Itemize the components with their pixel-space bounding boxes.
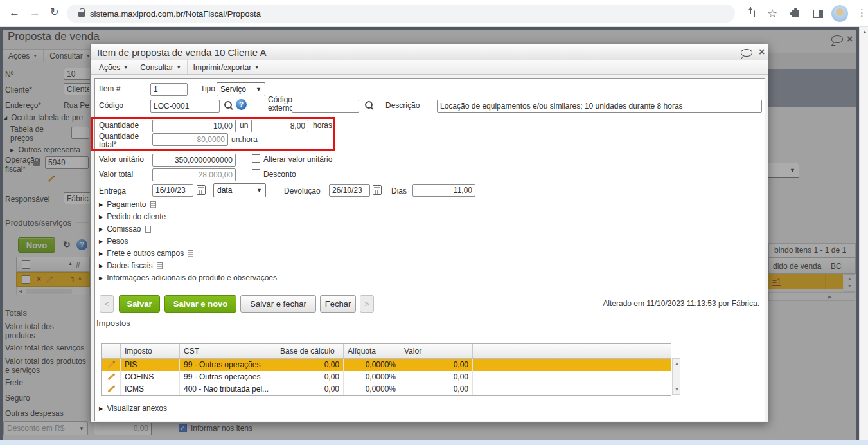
valor-total-input[interactable] xyxy=(152,168,236,181)
impostos-section-title: Impostos xyxy=(96,318,761,328)
forward-icon[interactable]: → xyxy=(30,6,40,19)
codigo-label: Código xyxy=(99,102,123,110)
url-text: sistema.maxiprod.com.br/NotaFiscal/Propo… xyxy=(90,9,261,19)
modal-titlebar: Item de proposta de venda 10 Cliente A × xyxy=(91,44,768,60)
lock-icon xyxy=(78,12,85,17)
chevron-down-icon: ▼ xyxy=(177,65,181,69)
horas-label: horas xyxy=(313,122,332,130)
codigo-externo-input[interactable] xyxy=(292,100,359,113)
accordion-frete[interactable]: ▶ Frete e outros campos xyxy=(99,249,193,258)
modal-menu-acoes[interactable]: Ações ▼ xyxy=(93,60,134,74)
bookmark-star-icon[interactable]: ☆ xyxy=(767,6,777,21)
visualizar-anexos-toggle[interactable]: ▶ Visualizar anexos xyxy=(99,404,167,413)
accordion-pedido-cliente[interactable]: ▶ Pedido do cliente xyxy=(99,212,166,221)
accordion-pesos[interactable]: ▶ Pesos xyxy=(99,237,128,246)
quantidade-total-input[interactable] xyxy=(152,133,228,146)
tax-row[interactable]: ICMS 400 - Não tributada pel... 0,00 0,0… xyxy=(102,383,671,395)
data-select[interactable]: data ▼ xyxy=(213,183,266,197)
descricao-label: Descrição xyxy=(385,102,420,110)
quantidade-label: Quantidade xyxy=(99,122,139,130)
valor-unitario-label: Valor unitário xyxy=(99,156,144,164)
un-label: un xyxy=(240,122,248,130)
document-icon xyxy=(145,226,151,233)
screen: ← → ↻ sistema.maxiprod.com.br/NotaFiscal… xyxy=(0,0,868,445)
tipo-select[interactable]: Serviço ▼ xyxy=(217,82,265,96)
col-imposto: Imposto xyxy=(121,344,180,358)
tax-row[interactable]: PIS 99 - Outras operações 0,00 0,0000% 0… xyxy=(102,359,671,371)
modal-menu-imprimir[interactable]: Imprimir/exportar ▼ xyxy=(188,60,266,74)
scroll-up-icon[interactable]: ▲ xyxy=(862,30,867,35)
impostos-table: Imposto CST Base de cálculo Alíquota Val… xyxy=(101,343,671,396)
modal-menu-consultar[interactable]: Consultar ▼ xyxy=(134,60,187,74)
entrega-input[interactable] xyxy=(152,184,193,197)
browser-menu-dots-icon[interactable]: ⋮ xyxy=(857,7,867,19)
modal-form: Item # Tipo Serviço ▼ Código ? Código ex… xyxy=(94,78,765,421)
expand-icon: ▶ xyxy=(99,251,103,257)
edit-pencil-icon[interactable] xyxy=(108,362,114,368)
col-edit xyxy=(102,344,121,358)
desconto-label: Desconto xyxy=(263,170,296,179)
page-vscrollbar[interactable]: ▲ xyxy=(859,27,868,440)
modal-comment-bubble-icon[interactable] xyxy=(741,49,752,57)
calendar-icon[interactable] xyxy=(373,185,382,195)
altered-status-text: Alterado em 11/10/2023 11:13:53 por Fábr… xyxy=(603,300,759,308)
back-icon[interactable]: ← xyxy=(9,6,20,19)
search-icon[interactable] xyxy=(364,100,374,110)
chevron-down-icon: ▼ xyxy=(256,86,261,93)
accordion-comissao[interactable]: ▶ Comissão xyxy=(99,224,151,233)
tax-row[interactable]: COFINS 99 - Outras operações 0,00 0,0000… xyxy=(102,371,671,383)
accordion-pagamento[interactable]: ▶ Pagamento xyxy=(99,200,156,209)
document-icon xyxy=(157,262,163,269)
accordion-informacoes-adicionais[interactable]: ▶ Informações adicionais do produto e ob… xyxy=(99,273,277,282)
accordion-dados-fiscais[interactable]: ▶ Dados fiscais xyxy=(99,261,163,270)
devolucao-input[interactable] xyxy=(329,184,370,197)
expand-icon: ▶ xyxy=(99,406,103,412)
entrega-label: Entrega xyxy=(99,187,126,195)
document-icon xyxy=(188,250,193,257)
side-panel-icon[interactable] xyxy=(813,10,823,18)
desconto-checkbox[interactable] xyxy=(252,169,260,177)
dias-label: Dias xyxy=(391,187,407,195)
expand-icon: ▶ xyxy=(99,202,103,208)
chevron-down-icon: ▼ xyxy=(123,65,128,69)
extensions-puzzle-icon[interactable] xyxy=(792,10,799,17)
chevron-down-icon: ▼ xyxy=(254,65,259,69)
address-bar[interactable]: sistema.maxiprod.com.br/NotaFiscal/Propo… xyxy=(67,5,735,23)
fechar-button[interactable]: Fechar xyxy=(320,295,356,313)
salvar-button[interactable]: Salvar xyxy=(119,295,160,313)
scroll-down-icon[interactable]: ▼ xyxy=(675,387,679,392)
edit-pencil-icon[interactable] xyxy=(108,386,114,393)
bottom-strip xyxy=(0,440,868,445)
chevron-down-icon: ▼ xyxy=(256,187,262,194)
valor-unitario-input[interactable] xyxy=(152,154,236,167)
modal-close-icon[interactable]: × xyxy=(759,47,765,57)
alterar-valor-checkbox[interactable] xyxy=(252,154,260,163)
profile-avatar[interactable] xyxy=(831,5,848,22)
prev-item-button[interactable]: < xyxy=(100,295,114,313)
quantidade-un-input[interactable] xyxy=(152,120,236,132)
valor-total-label: Valor total xyxy=(99,170,133,179)
item-number-input[interactable] xyxy=(150,83,188,96)
share-icon[interactable] xyxy=(747,10,755,17)
salvar-e-fechar-button[interactable]: Salvar e fechar xyxy=(240,295,316,313)
dias-input[interactable] xyxy=(412,184,475,197)
calendar-icon[interactable] xyxy=(197,185,206,195)
expand-icon: ▶ xyxy=(99,275,103,281)
expand-icon: ▶ xyxy=(99,226,103,232)
item-label: Item # xyxy=(99,85,120,93)
help-icon[interactable]: ? xyxy=(236,99,247,110)
descricao-input[interactable] xyxy=(437,100,762,113)
impostos-vscrollbar[interactable]: ▲ ▼ xyxy=(672,358,680,395)
quantidade-horas-input[interactable] xyxy=(251,120,308,132)
tipo-label: Tipo xyxy=(200,85,215,93)
next-item-button[interactable]: > xyxy=(360,295,374,313)
edit-pencil-icon[interactable] xyxy=(108,374,114,381)
reload-icon[interactable]: ↻ xyxy=(50,6,58,18)
modal-menubar: Ações ▼ Consultar ▼ Imprimir/exportar ▼ xyxy=(91,60,768,75)
un-hora-label: un.hora xyxy=(231,136,258,144)
search-icon[interactable] xyxy=(224,100,233,110)
col-cst: CST xyxy=(180,344,276,358)
codigo-input[interactable] xyxy=(150,100,220,113)
salvar-e-novo-button[interactable]: Salvar e novo xyxy=(164,295,236,313)
scroll-up-icon[interactable]: ▲ xyxy=(675,361,679,366)
